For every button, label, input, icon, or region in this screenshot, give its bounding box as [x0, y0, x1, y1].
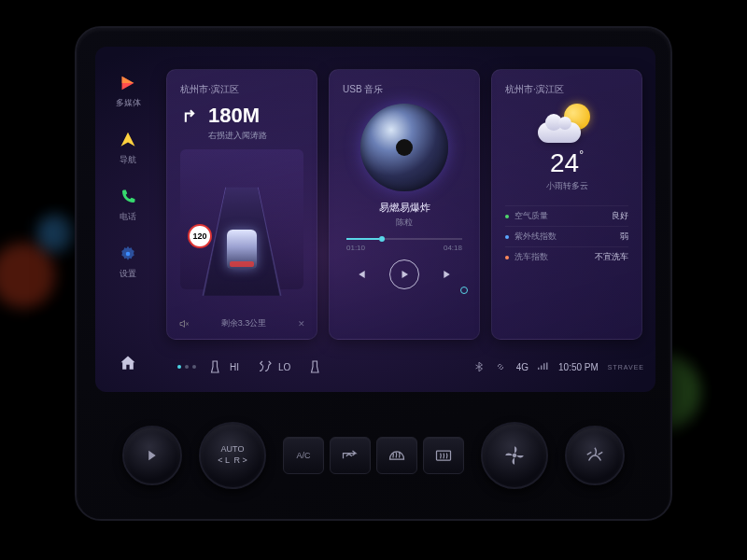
sidebar-item-media[interactable]: 多媒体 — [116, 73, 141, 109]
signal-icon — [538, 362, 549, 371]
media-icon — [118, 73, 138, 93]
seat-icon — [307, 358, 324, 375]
signal-label: 4G — [516, 362, 529, 372]
gear-icon — [118, 244, 138, 264]
weather-row: 洗车指数 不宜洗车 — [505, 246, 628, 267]
infotainment-unit: 多媒体 导航 电话 设置 — [75, 26, 672, 521]
seat-temp-right: LO — [278, 362, 290, 372]
sidebar-item-home[interactable] — [118, 353, 138, 373]
turn-right-icon — [180, 106, 199, 125]
front-defrost-button[interactable] — [376, 437, 417, 474]
clock: 10:50 PM — [558, 362, 599, 372]
play-button[interactable] — [389, 259, 419, 289]
progress-bar[interactable] — [346, 238, 462, 240]
prev-button[interactable] — [354, 268, 367, 281]
nav-mute-button[interactable] — [178, 318, 190, 329]
nav-location: 杭州市·滨江区 — [180, 83, 303, 96]
weather-row: 空气质量 良好 — [505, 205, 628, 226]
speed-limit-badge: 120 — [188, 224, 212, 248]
sidebar-item-label: 导航 — [120, 154, 136, 166]
sidebar: 多媒体 导航 电话 设置 — [95, 47, 161, 392]
sidebar-item-settings[interactable]: 设置 — [118, 244, 138, 280]
temperature: 24° — [505, 148, 628, 178]
sidebar-item-label: 多媒体 — [116, 97, 141, 109]
touchscreen: 多媒体 导航 电话 设置 — [95, 47, 655, 392]
airflow-icon — [256, 358, 273, 375]
sidebar-item-nav[interactable]: 导航 — [118, 130, 138, 166]
recirc-icon — [341, 449, 359, 462]
weather-metrics: 空气质量 良好 紫外线指数 弱 洗车指数 不宜洗车 — [505, 205, 628, 267]
nav-street: 右拐进入闻涛路 — [208, 130, 303, 142]
seat-temp-left: HI — [230, 362, 239, 372]
time-elapsed: 01:10 — [346, 244, 365, 252]
svg-point-2 — [513, 454, 516, 457]
phone-icon — [118, 187, 138, 207]
album-art — [360, 104, 448, 191]
nav-distance: 180M — [208, 104, 260, 128]
nav-card[interactable]: 杭州市·滨江区 180M 右拐进入闻涛路 120 — [166, 69, 317, 340]
song-title: 易燃易爆炸 — [343, 201, 466, 215]
vehicle-icon — [227, 230, 257, 269]
weather-condition: 小雨转多云 — [505, 180, 628, 192]
fan-dial[interactable] — [481, 422, 548, 489]
seat-heat-right[interactable] — [307, 358, 324, 375]
climate-button-row: A/C — [283, 437, 464, 474]
seat-heat-left[interactable]: HI — [207, 358, 239, 375]
weather-icon — [538, 104, 596, 143]
airflow-control[interactable]: LO — [256, 358, 290, 375]
sidebar-item-label: 设置 — [120, 268, 136, 280]
source-indicator-icon — [460, 287, 468, 294]
weather-card[interactable]: 杭州市·滨江区 24° 小雨转多云 空气质量 良好 紫外线指数 弱 — [491, 69, 642, 340]
weather-row: 紫外线指数 弱 — [505, 226, 628, 246]
time-total: 04:18 — [444, 244, 462, 252]
sidebar-item-phone[interactable]: 电话 — [118, 187, 138, 223]
nav-remaining: 剩余3.3公里 — [221, 317, 267, 329]
front-defrost-icon — [388, 448, 406, 463]
page-indicator[interactable] — [177, 365, 196, 369]
home-icon — [118, 353, 138, 373]
rear-defrost-icon — [434, 448, 453, 463]
weather-location: 杭州市·滨江区 — [505, 83, 628, 96]
power-play-dial[interactable] — [122, 426, 182, 485]
song-artist: 陈粒 — [343, 217, 466, 229]
nav-close-button[interactable]: ✕ — [298, 319, 305, 329]
climate-dial-left[interactable]: AUTO < L R > — [199, 422, 266, 489]
link-icon — [494, 361, 507, 372]
status-bar: HI LO 4G — [166, 351, 644, 383]
card-row: 杭州市·滨江区 180M 右拐进入闻涛路 120 — [166, 69, 642, 340]
rear-defrost-button[interactable] — [423, 437, 464, 474]
bluetooth-icon — [473, 361, 485, 372]
physical-controls: AUTO < L R > A/C — [77, 405, 670, 506]
brand-label: STRAVEE — [608, 364, 644, 371]
next-button[interactable] — [442, 268, 455, 281]
sidebar-item-label: 电话 — [120, 211, 136, 223]
climate-dial-right[interactable] — [565, 426, 625, 485]
music-source: USB 音乐 — [343, 83, 466, 96]
recirc-button[interactable] — [330, 437, 371, 474]
nav-map-preview: 120 — [180, 149, 303, 289]
seat-icon — [207, 358, 224, 375]
ac-button[interactable]: A/C — [283, 437, 324, 474]
music-card[interactable]: USB 音乐 易燃易爆炸 陈粒 01:10 04:18 — [329, 69, 480, 340]
nav-icon — [118, 130, 138, 150]
